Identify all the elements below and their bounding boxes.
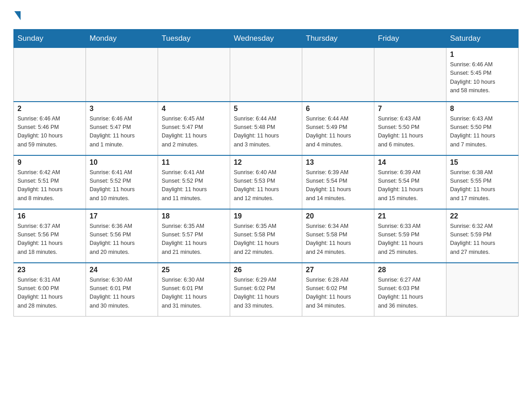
calendar-cell: 7Sunrise: 6:43 AMSunset: 5:50 PMDaylight… xyxy=(374,102,446,155)
calendar-cell xyxy=(230,48,302,102)
calendar-cell xyxy=(446,263,519,317)
day-number: 22 xyxy=(450,212,515,220)
day-info: Sunrise: 6:40 AMSunset: 5:53 PMDaylight:… xyxy=(234,168,298,203)
day-info: Sunrise: 6:27 AMSunset: 6:03 PMDaylight:… xyxy=(378,276,442,311)
day-info: Sunrise: 6:43 AMSunset: 5:50 PMDaylight:… xyxy=(450,115,515,150)
calendar-cell: 26Sunrise: 6:29 AMSunset: 6:02 PMDayligh… xyxy=(230,263,302,317)
day-info: Sunrise: 6:39 AMSunset: 5:54 PMDaylight:… xyxy=(306,168,370,203)
day-info: Sunrise: 6:32 AMSunset: 5:59 PMDaylight:… xyxy=(450,222,515,257)
calendar-cell: 14Sunrise: 6:39 AMSunset: 5:54 PMDayligh… xyxy=(374,155,446,209)
day-info: Sunrise: 6:43 AMSunset: 5:50 PMDaylight:… xyxy=(378,115,442,150)
day-number: 27 xyxy=(306,266,370,274)
day-number: 13 xyxy=(306,158,370,167)
day-number: 1 xyxy=(450,51,515,59)
day-number: 12 xyxy=(234,158,298,167)
weekday-header-thursday: Thursday xyxy=(302,30,374,48)
calendar-cell: 20Sunrise: 6:34 AMSunset: 5:58 PMDayligh… xyxy=(302,209,374,263)
weekday-header-monday: Monday xyxy=(86,30,158,48)
calendar-cell xyxy=(374,48,446,102)
calendar-week-row: 9Sunrise: 6:42 AMSunset: 5:51 PMDaylight… xyxy=(14,155,519,209)
day-info: Sunrise: 6:42 AMSunset: 5:51 PMDaylight:… xyxy=(17,168,82,203)
day-number: 9 xyxy=(17,158,82,167)
day-info: Sunrise: 6:36 AMSunset: 5:56 PMDaylight:… xyxy=(90,222,154,257)
day-number: 11 xyxy=(162,158,226,167)
day-number: 16 xyxy=(17,212,82,220)
calendar-cell: 23Sunrise: 6:31 AMSunset: 6:00 PMDayligh… xyxy=(14,263,86,317)
day-number: 8 xyxy=(450,105,515,113)
calendar-cell: 18Sunrise: 6:35 AMSunset: 5:57 PMDayligh… xyxy=(158,209,230,263)
day-info: Sunrise: 6:46 AMSunset: 5:45 PMDaylight:… xyxy=(450,60,515,95)
day-number: 21 xyxy=(378,212,442,220)
day-number: 20 xyxy=(306,212,370,220)
calendar-cell: 24Sunrise: 6:30 AMSunset: 6:01 PMDayligh… xyxy=(86,263,158,317)
calendar-week-row: 23Sunrise: 6:31 AMSunset: 6:00 PMDayligh… xyxy=(14,263,519,317)
calendar-cell: 3Sunrise: 6:46 AMSunset: 5:47 PMDaylight… xyxy=(86,102,158,155)
calendar-cell: 13Sunrise: 6:39 AMSunset: 5:54 PMDayligh… xyxy=(302,155,374,209)
day-info: Sunrise: 6:44 AMSunset: 5:48 PMDaylight:… xyxy=(234,115,298,150)
day-info: Sunrise: 6:30 AMSunset: 6:01 PMDaylight:… xyxy=(90,276,154,311)
day-info: Sunrise: 6:33 AMSunset: 5:59 PMDaylight:… xyxy=(378,222,442,257)
day-info: Sunrise: 6:29 AMSunset: 6:02 PMDaylight:… xyxy=(234,276,298,311)
day-number: 15 xyxy=(450,158,515,167)
day-number: 18 xyxy=(162,212,226,220)
day-info: Sunrise: 6:39 AMSunset: 5:54 PMDaylight:… xyxy=(378,168,442,203)
calendar-cell: 4Sunrise: 6:45 AMSunset: 5:47 PMDaylight… xyxy=(158,102,230,155)
weekday-header-sunday: Sunday xyxy=(14,30,86,48)
calendar-cell: 21Sunrise: 6:33 AMSunset: 5:59 PMDayligh… xyxy=(374,209,446,263)
logo-arrow-icon xyxy=(14,11,21,20)
calendar-cell xyxy=(14,48,86,102)
calendar-cell: 19Sunrise: 6:35 AMSunset: 5:58 PMDayligh… xyxy=(230,209,302,263)
day-number: 28 xyxy=(378,266,442,274)
calendar-cell: 12Sunrise: 6:40 AMSunset: 5:53 PMDayligh… xyxy=(230,155,302,209)
day-number: 2 xyxy=(17,105,82,113)
calendar-cell: 2Sunrise: 6:46 AMSunset: 5:46 PMDaylight… xyxy=(14,102,86,155)
day-info: Sunrise: 6:41 AMSunset: 5:52 PMDaylight:… xyxy=(90,168,154,203)
day-info: Sunrise: 6:34 AMSunset: 5:58 PMDaylight:… xyxy=(306,222,370,257)
calendar-cell: 6Sunrise: 6:44 AMSunset: 5:49 PMDaylight… xyxy=(302,102,374,155)
calendar-cell: 15Sunrise: 6:38 AMSunset: 5:55 PMDayligh… xyxy=(446,155,519,209)
day-info: Sunrise: 6:45 AMSunset: 5:47 PMDaylight:… xyxy=(162,115,226,150)
weekday-header-row: SundayMondayTuesdayWednesdayThursdayFrid… xyxy=(14,30,519,48)
calendar-week-row: 1Sunrise: 6:46 AMSunset: 5:45 PMDaylight… xyxy=(14,48,519,102)
weekday-header-friday: Friday xyxy=(374,30,446,48)
day-number: 23 xyxy=(17,266,82,274)
calendar-cell: 22Sunrise: 6:32 AMSunset: 5:59 PMDayligh… xyxy=(446,209,519,263)
day-info: Sunrise: 6:28 AMSunset: 6:02 PMDaylight:… xyxy=(306,276,370,311)
calendar-week-row: 2Sunrise: 6:46 AMSunset: 5:46 PMDaylight… xyxy=(14,102,519,155)
day-number: 4 xyxy=(162,105,226,113)
day-info: Sunrise: 6:38 AMSunset: 5:55 PMDaylight:… xyxy=(450,168,515,203)
day-info: Sunrise: 6:31 AMSunset: 6:00 PMDaylight:… xyxy=(17,276,82,311)
calendar-cell: 27Sunrise: 6:28 AMSunset: 6:02 PMDayligh… xyxy=(302,263,374,317)
calendar-cell: 17Sunrise: 6:36 AMSunset: 5:56 PMDayligh… xyxy=(86,209,158,263)
day-number: 25 xyxy=(162,266,226,274)
weekday-header-tuesday: Tuesday xyxy=(158,30,230,48)
calendar-cell: 10Sunrise: 6:41 AMSunset: 5:52 PMDayligh… xyxy=(86,155,158,209)
day-number: 17 xyxy=(90,212,154,220)
calendar-cell xyxy=(302,48,374,102)
calendar-cell: 5Sunrise: 6:44 AMSunset: 5:48 PMDaylight… xyxy=(230,102,302,155)
day-number: 7 xyxy=(378,105,442,113)
day-info: Sunrise: 6:44 AMSunset: 5:49 PMDaylight:… xyxy=(306,115,370,150)
weekday-header-wednesday: Wednesday xyxy=(230,30,302,48)
calendar-cell: 8Sunrise: 6:43 AMSunset: 5:50 PMDaylight… xyxy=(446,102,519,155)
day-info: Sunrise: 6:46 AMSunset: 5:47 PMDaylight:… xyxy=(90,115,154,150)
day-info: Sunrise: 6:35 AMSunset: 5:58 PMDaylight:… xyxy=(234,222,298,257)
day-number: 26 xyxy=(234,266,298,274)
calendar-cell xyxy=(158,48,230,102)
day-number: 19 xyxy=(234,212,298,220)
day-info: Sunrise: 6:41 AMSunset: 5:52 PMDaylight:… xyxy=(162,168,226,203)
day-info: Sunrise: 6:35 AMSunset: 5:57 PMDaylight:… xyxy=(162,222,226,257)
day-number: 5 xyxy=(234,105,298,113)
calendar-cell: 11Sunrise: 6:41 AMSunset: 5:52 PMDayligh… xyxy=(158,155,230,209)
day-number: 10 xyxy=(90,158,154,167)
day-info: Sunrise: 6:46 AMSunset: 5:46 PMDaylight:… xyxy=(17,115,82,150)
calendar-cell: 16Sunrise: 6:37 AMSunset: 5:56 PMDayligh… xyxy=(14,209,86,263)
calendar-cell xyxy=(86,48,158,102)
page-header xyxy=(13,9,519,20)
weekday-header-saturday: Saturday xyxy=(446,30,519,48)
calendar-cell: 9Sunrise: 6:42 AMSunset: 5:51 PMDaylight… xyxy=(14,155,86,209)
calendar-cell: 25Sunrise: 6:30 AMSunset: 6:01 PMDayligh… xyxy=(158,263,230,317)
logo xyxy=(13,9,21,20)
calendar-cell: 28Sunrise: 6:27 AMSunset: 6:03 PMDayligh… xyxy=(374,263,446,317)
calendar-table: SundayMondayTuesdayWednesdayThursdayFrid… xyxy=(13,29,519,317)
